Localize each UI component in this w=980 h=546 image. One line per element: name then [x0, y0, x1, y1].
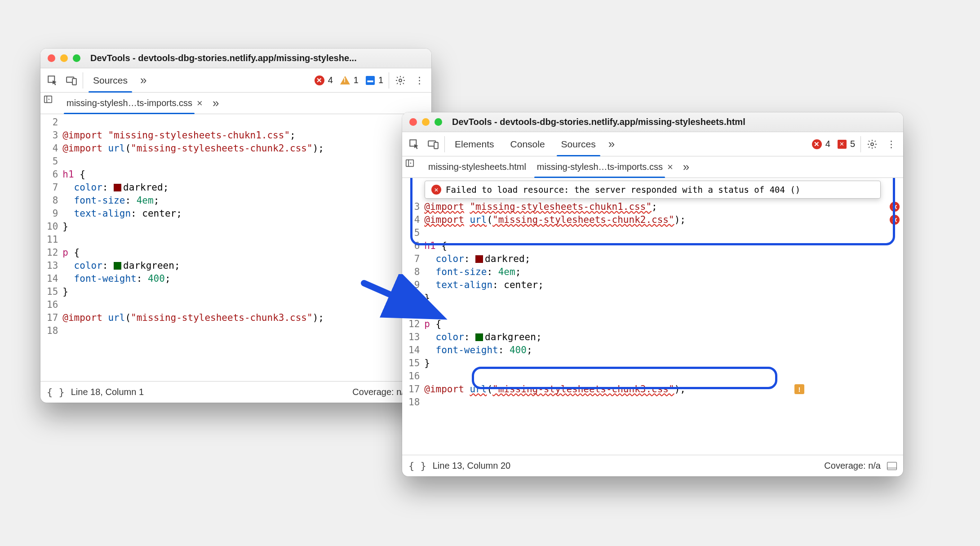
settings-gear-icon[interactable] [863, 135, 882, 154]
error-counter[interactable]: ✕4 [311, 74, 337, 86]
error-tooltip: ✕ Failed to load resource: the server re… [425, 181, 881, 199]
issue-icon: ▬ [366, 76, 375, 85]
close-tab-icon[interactable]: × [667, 161, 673, 173]
navigator-toggle-icon[interactable] [405, 158, 423, 176]
file-tab-label: missing-stylesh…ts-imports.css [67, 98, 192, 108]
error-icon: ✕ [812, 139, 822, 149]
window-title: DevTools - devtools-dbg-stories.netlify.… [90, 53, 424, 63]
status-bar: { } Line 13, Column 20 Coverage: n/a [402, 455, 903, 476]
inline-error-icon[interactable]: ✕ [890, 215, 900, 225]
tooltip-text: Failed to load resource: the server resp… [446, 185, 800, 195]
zoom-window-button[interactable] [73, 54, 80, 62]
devtools-window-after: DevTools - devtools-dbg-stories.netlify.… [402, 112, 903, 476]
main-toolbar: Sources » ✕4 1 ▬1 ⋮ [40, 68, 431, 93]
code-content[interactable]: @import "missing-stylesheets-chukn1.css"… [424, 178, 903, 455]
minimize-window-button[interactable] [422, 118, 430, 126]
line-gutter: 23456789101112131415161718 [40, 114, 62, 381]
warning-icon [340, 76, 350, 84]
inline-warning-icon[interactable]: ! [794, 384, 804, 394]
more-panels-chevron[interactable]: » [604, 137, 619, 151]
pretty-print-icon[interactable]: { } [408, 460, 426, 471]
warning-counter[interactable]: 1 [337, 74, 362, 86]
more-tabs-chevron[interactable]: » [208, 96, 223, 110]
panel-tab-sources[interactable]: Sources [85, 68, 136, 92]
minimize-window-button[interactable] [60, 54, 68, 62]
color-swatch-darkred[interactable] [475, 255, 483, 263]
devtools-window-before: DevTools - devtools-dbg-stories.netlify.… [40, 49, 431, 403]
svg-rect-11 [406, 160, 414, 166]
titlebar[interactable]: DevTools - devtools-dbg-stories.netlify.… [402, 112, 903, 132]
color-swatch-darkgreen[interactable] [475, 333, 483, 341]
device-toolbar-icon[interactable] [62, 71, 81, 90]
status-bar: { } Line 18, Column 1 Coverage: n/a [40, 381, 431, 403]
inline-error-icon[interactable]: ✕ [890, 202, 900, 212]
cursor-position: Line 18, Column 1 [71, 387, 144, 397]
svg-point-10 [871, 143, 874, 146]
zoom-window-button[interactable] [435, 118, 442, 126]
panel-tab-elements[interactable]: Elements [447, 132, 502, 156]
settings-gear-icon[interactable] [391, 71, 410, 90]
code-editor[interactable]: ✕ Failed to load resource: the server re… [402, 178, 903, 455]
sidebar-toggle-icon[interactable] [887, 462, 897, 470]
issue-counter[interactable]: ▬1 [362, 74, 387, 86]
svg-rect-9 [434, 142, 438, 148]
file-tab-html[interactable]: missing-stylesheets.html [423, 156, 532, 178]
kebab-menu-icon[interactable]: ⋮ [410, 71, 429, 90]
svg-rect-4 [44, 96, 52, 102]
svg-line-6 [364, 283, 436, 315]
svg-point-3 [399, 79, 402, 82]
inspect-element-icon[interactable] [405, 135, 424, 154]
close-window-button[interactable] [409, 118, 417, 126]
coverage-label: Coverage: n/a [352, 387, 409, 397]
cursor-position: Line 13, Column 20 [433, 461, 510, 471]
panel-tab-sources[interactable]: Sources [553, 132, 604, 156]
file-tabs-bar: missing-stylesh…ts-imports.css × » [40, 93, 431, 114]
color-swatch-darkgreen[interactable] [114, 262, 121, 270]
error-counter[interactable]: ✕4 [808, 138, 834, 150]
code-editor[interactable]: 23456789101112131415161718 @import "miss… [40, 114, 431, 381]
network-error-icon: ✕ [838, 140, 847, 149]
color-swatch-darkred[interactable] [114, 184, 121, 191]
more-tabs-chevron[interactable]: » [678, 160, 694, 174]
code-content[interactable]: @import "missing-stylesheets-chukn1.css"… [62, 114, 431, 381]
pretty-print-icon[interactable]: { } [47, 386, 65, 398]
svg-rect-2 [72, 78, 76, 84]
error-icon: ✕ [315, 75, 324, 85]
network-error-counter[interactable]: ✕5 [834, 138, 859, 150]
main-toolbar: Elements Console Sources » ✕4 ✕5 ⋮ [402, 132, 903, 156]
file-tab-css[interactable]: missing-stylesh…ts-imports.css × [532, 156, 678, 178]
more-panels-chevron[interactable]: » [136, 73, 151, 87]
titlebar[interactable]: DevTools - devtools-dbg-stories.netlify.… [40, 49, 431, 68]
close-window-button[interactable] [48, 54, 55, 62]
transition-arrow-icon [359, 274, 458, 328]
device-toolbar-icon[interactable] [424, 135, 443, 154]
window-title: DevTools - devtools-dbg-stories.netlify.… [452, 117, 896, 127]
traffic-lights[interactable] [409, 118, 442, 126]
traffic-lights[interactable] [48, 54, 80, 62]
panel-tab-console[interactable]: Console [502, 132, 553, 156]
navigator-toggle-icon[interactable] [43, 94, 61, 112]
kebab-menu-icon[interactable]: ⋮ [882, 135, 900, 154]
error-icon: ✕ [431, 185, 441, 195]
close-tab-icon[interactable]: × [197, 98, 203, 109]
file-tab-label: missing-stylesh…ts-imports.css [537, 162, 663, 172]
inspect-element-icon[interactable] [43, 71, 62, 90]
file-tab-label: missing-stylesheets.html [428, 162, 526, 172]
coverage-label: Coverage: n/a [824, 461, 881, 471]
file-tabs-bar: missing-stylesheets.html missing-stylesh… [402, 156, 903, 178]
file-tab-css[interactable]: missing-stylesh…ts-imports.css × [61, 93, 208, 114]
